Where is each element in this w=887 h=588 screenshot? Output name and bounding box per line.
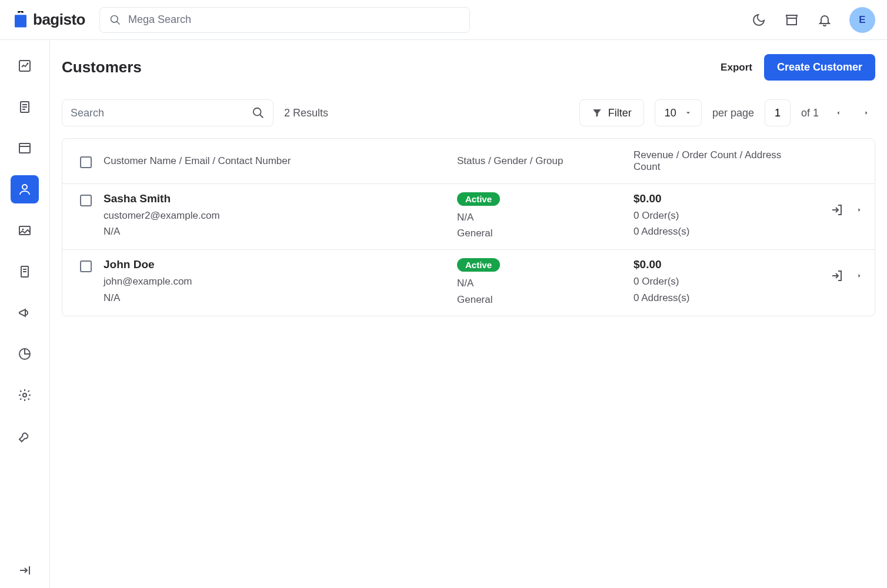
- customer-name: Sasha Smith: [104, 192, 457, 205]
- revenue-amount: $0.00: [633, 192, 798, 205]
- row-checkbox[interactable]: [80, 260, 92, 272]
- create-customer-button[interactable]: Create Customer: [764, 54, 875, 81]
- perpage-select[interactable]: 10: [655, 99, 702, 126]
- of-label: of 1: [801, 107, 819, 119]
- sidebar-item-sales[interactable]: [11, 93, 39, 121]
- login-icon: [830, 269, 844, 283]
- pie-icon: [18, 347, 32, 361]
- sidebar-item-dashboard[interactable]: [11, 52, 39, 80]
- customer-group: General: [457, 292, 633, 308]
- topbar: bagisto E: [0, 0, 887, 40]
- collapse-icon: [18, 563, 32, 577]
- customer-gender: N/A: [457, 209, 633, 225]
- chevron-left-icon: [835, 109, 842, 116]
- gear-icon: [18, 388, 32, 402]
- view-customer[interactable]: [856, 206, 863, 213]
- receipt-icon: [18, 265, 32, 279]
- sidebar-item-cms[interactable]: [11, 216, 39, 245]
- sidebar-item-marketing[interactable]: [11, 258, 39, 286]
- view-customer[interactable]: [856, 272, 863, 279]
- svg-point-1: [111, 15, 118, 22]
- col-status[interactable]: Status / Gender / Group: [457, 155, 633, 167]
- window-icon: [18, 141, 32, 155]
- page-input[interactable]: [765, 99, 791, 126]
- prev-page[interactable]: [829, 104, 847, 122]
- sidebar-item-customers[interactable]: [11, 175, 39, 203]
- address-count: 0 Address(s): [633, 290, 798, 306]
- search-box[interactable]: [62, 99, 274, 126]
- order-count: 0 Order(s): [633, 208, 798, 223]
- user-icon theme-icon: [18, 182, 32, 196]
- content: Customers Export Create Customer 2 Resul…: [50, 40, 887, 588]
- search-icon: [252, 106, 265, 119]
- export-button[interactable]: Export: [721, 62, 752, 74]
- col-revenue[interactable]: Revenue / Order Count / Address Count: [633, 149, 798, 173]
- login-as-customer[interactable]: [830, 203, 844, 217]
- revenue-amount: $0.00: [633, 258, 798, 271]
- customer-contact: N/A: [104, 223, 457, 239]
- svg-point-14: [22, 229, 24, 230]
- sidebar-item-reporting[interactable]: [11, 340, 39, 368]
- page-header: Customers Export Create Customer: [62, 54, 875, 81]
- mega-search[interactable]: [99, 7, 470, 33]
- chevron-right-icon: [863, 109, 870, 116]
- page-title: Customers: [62, 58, 142, 76]
- svg-line-2: [116, 21, 119, 24]
- topbar-icons: E: [751, 7, 875, 33]
- wrench-icon: [18, 429, 32, 443]
- customers-table: Customer Name / Email / Contact Number S…: [62, 138, 875, 316]
- svg-line-23: [260, 115, 264, 118]
- filter-button[interactable]: Filter: [579, 99, 644, 126]
- sidebar-item-configure[interactable]: [11, 422, 39, 450]
- megaphone-icon: [18, 306, 32, 320]
- darkmode-toggle[interactable]: [751, 12, 767, 28]
- customer-contact: N/A: [104, 290, 457, 306]
- login-icon: [830, 203, 844, 217]
- moon-icon: [752, 13, 766, 27]
- table-row: Sasha Smith customer2@example.com N/A Ac…: [62, 184, 875, 250]
- brand-name: bagisto: [33, 11, 85, 29]
- filter-label: Filter: [608, 107, 632, 119]
- chevron-right-icon: [856, 206, 863, 213]
- chevron-right-icon: [856, 272, 863, 279]
- sidebar-item-promotions[interactable]: [11, 299, 39, 327]
- storefront-icon: [785, 13, 799, 27]
- address-count: 0 Address(s): [633, 223, 798, 239]
- table-header: Customer Name / Email / Contact Number S…: [62, 139, 875, 184]
- svg-point-12: [22, 185, 27, 189]
- svg-point-5: [27, 63, 29, 65]
- mega-search-input[interactable]: [128, 14, 460, 26]
- bag-icon: [12, 11, 29, 29]
- row-checkbox[interactable]: [80, 195, 92, 206]
- next-page[interactable]: [858, 104, 875, 122]
- page-actions: Export Create Customer: [721, 54, 875, 81]
- sidebar-item-catalog[interactable]: [11, 134, 39, 162]
- avatar-initial: E: [859, 14, 865, 26]
- login-as-customer[interactable]: [830, 269, 844, 283]
- perpage-label: per page: [712, 107, 754, 119]
- svg-rect-0: [15, 15, 26, 27]
- user-avatar[interactable]: E: [849, 7, 875, 33]
- table-row: John Doe john@example.com N/A Active N/A…: [62, 250, 875, 315]
- sidebar-item-settings[interactable]: [11, 381, 39, 409]
- perpage-value: 10: [665, 107, 676, 119]
- svg-rect-3: [787, 18, 796, 25]
- svg-point-19: [23, 393, 26, 397]
- customer-email: john@example.com: [104, 273, 457, 289]
- select-all-checkbox[interactable]: [80, 156, 92, 168]
- customer-email: customer2@example.com: [104, 208, 457, 223]
- order-count: 0 Order(s): [633, 273, 798, 289]
- store-link[interactable]: [783, 12, 800, 28]
- caret-down-icon: [685, 109, 692, 116]
- customer-group: General: [457, 225, 633, 241]
- sidebar-collapse[interactable]: [0, 563, 49, 577]
- customer-name: John Doe: [104, 258, 457, 271]
- funnel-icon: [592, 108, 602, 118]
- results-count: 2 Results: [284, 107, 328, 119]
- brand-logo[interactable]: bagisto: [12, 11, 85, 29]
- col-name[interactable]: Customer Name / Email / Contact Number: [104, 155, 457, 167]
- notifications[interactable]: [816, 12, 833, 28]
- search-input[interactable]: [71, 107, 246, 119]
- image-icon: [18, 223, 32, 238]
- sidebar: [0, 40, 50, 588]
